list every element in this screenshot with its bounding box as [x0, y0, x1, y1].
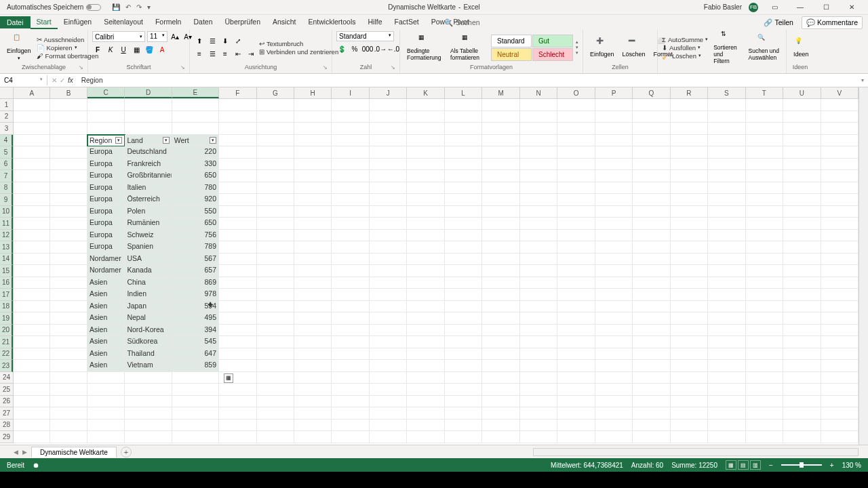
cell-P23[interactable] — [595, 360, 633, 372]
cell-F4[interactable] — [219, 135, 256, 147]
cell-V7[interactable] — [821, 170, 859, 182]
cell-O24[interactable] — [557, 372, 595, 384]
cell-K17[interactable] — [407, 289, 444, 301]
row-header-21[interactable]: 21 — [0, 336, 13, 348]
cell-Q21[interactable] — [633, 336, 670, 348]
cell-J27[interactable] — [370, 407, 407, 420]
cell-G12[interactable] — [257, 230, 294, 242]
cell-G9[interactable] — [257, 194, 294, 206]
cell-A13[interactable] — [14, 241, 50, 253]
cell-R21[interactable] — [671, 336, 708, 348]
cell-S21[interactable] — [708, 336, 745, 348]
cell-Q27[interactable] — [633, 407, 670, 420]
cell-T8[interactable] — [746, 182, 783, 195]
row-header-9[interactable]: 9 — [0, 194, 13, 206]
minimize-icon[interactable]: — — [791, 3, 810, 11]
cell-B14[interactable] — [50, 253, 87, 266]
cell-F29[interactable] — [219, 431, 256, 443]
cell-B24[interactable] — [50, 372, 87, 384]
cell-S6[interactable] — [708, 159, 745, 171]
cell-E6[interactable]: 330 — [172, 159, 219, 171]
cell-U26[interactable] — [783, 396, 821, 408]
cell-O22[interactable] — [557, 348, 595, 361]
row-header-19[interactable]: 19 — [0, 312, 13, 325]
cell-G17[interactable] — [257, 289, 294, 301]
tab-formeln[interactable]: Formeln — [149, 16, 188, 29]
cell-V9[interactable] — [821, 194, 859, 206]
cell-J13[interactable] — [370, 241, 407, 253]
cell-V24[interactable] — [821, 372, 859, 384]
cell-A3[interactable] — [14, 123, 50, 135]
cell-M2[interactable] — [482, 111, 519, 123]
cell-B22[interactable] — [50, 348, 87, 361]
cell-B11[interactable] — [50, 218, 87, 230]
cell-B20[interactable] — [50, 325, 87, 337]
cell-C13[interactable]: Europa — [87, 241, 125, 253]
cell-K11[interactable] — [407, 218, 444, 230]
cell-K9[interactable] — [407, 194, 444, 206]
col-header-E[interactable]: E — [172, 87, 219, 98]
cell-A16[interactable] — [14, 277, 50, 289]
cell-K28[interactable] — [407, 420, 444, 432]
cell-K18[interactable] — [407, 301, 444, 313]
cell-S16[interactable] — [708, 277, 745, 289]
cell-Q12[interactable] — [633, 230, 670, 242]
redo-icon[interactable]: ↷ — [136, 3, 142, 11]
cell-N1[interactable] — [520, 99, 557, 111]
col-header-B[interactable]: B — [50, 87, 87, 98]
cell-L16[interactable] — [445, 277, 482, 289]
cell-M21[interactable] — [482, 336, 519, 348]
close-icon[interactable]: ✕ — [842, 3, 861, 11]
cell-O3[interactable] — [557, 123, 595, 135]
cell-R6[interactable] — [671, 159, 708, 171]
cell-P11[interactable] — [595, 218, 633, 230]
col-header-M[interactable]: M — [482, 87, 519, 98]
zoom-in-icon[interactable]: + — [830, 462, 834, 469]
cell-U10[interactable] — [783, 206, 821, 218]
align-center-button[interactable]: ☰ — [207, 49, 218, 60]
cell-O5[interactable] — [557, 146, 595, 159]
merge-button[interactable]: ⊞Verbinden und zentrieren▾ — [259, 48, 343, 56]
save-icon[interactable]: 💾 — [112, 3, 120, 11]
cell-A1[interactable] — [14, 99, 50, 111]
expand-formula-icon[interactable]: ▾ — [857, 77, 868, 83]
cell-N18[interactable] — [520, 301, 557, 313]
cell-G28[interactable] — [257, 420, 294, 432]
cell-K2[interactable] — [407, 111, 444, 123]
cell-G22[interactable] — [257, 348, 294, 361]
cell-S25[interactable] — [708, 384, 745, 396]
cell-F1[interactable] — [219, 99, 256, 111]
cell-J16[interactable] — [370, 277, 407, 289]
qat-dropdown-icon[interactable]: ▾ — [147, 3, 151, 11]
cell-S3[interactable] — [708, 123, 745, 135]
cell-K27[interactable] — [407, 407, 444, 420]
cell-F27[interactable] — [219, 407, 256, 420]
cell-O12[interactable] — [557, 230, 595, 242]
cell-E3[interactable] — [172, 123, 219, 135]
cell-N4[interactable] — [520, 135, 557, 147]
cell-V22[interactable] — [821, 348, 859, 361]
cell-R3[interactable] — [671, 123, 708, 135]
decrease-decimal-button[interactable]: ←.0 — [388, 43, 399, 54]
cell-G29[interactable] — [257, 431, 294, 443]
cell-I11[interactable] — [332, 218, 369, 230]
cell-P21[interactable] — [595, 336, 633, 348]
cell-N11[interactable] — [520, 218, 557, 230]
cell-F5[interactable] — [219, 146, 256, 159]
cell-J28[interactable] — [370, 420, 407, 432]
enter-formula-icon[interactable]: ✓ — [60, 77, 65, 84]
filter-dropdown-icon[interactable]: ▾ — [163, 137, 170, 144]
cell-I17[interactable] — [332, 289, 369, 301]
insert-cells-button[interactable]: ➕Einfügen — [587, 36, 617, 59]
cell-T2[interactable] — [746, 111, 783, 123]
increase-decimal-button[interactable]: .0→ — [375, 43, 386, 54]
col-header-I[interactable]: I — [332, 87, 369, 98]
formula-bar[interactable]: Region — [77, 75, 857, 85]
cell-I22[interactable] — [332, 348, 369, 361]
cell-G16[interactable] — [257, 277, 294, 289]
cell-L12[interactable] — [445, 230, 482, 242]
cell-T25[interactable] — [746, 384, 783, 396]
cell-S1[interactable] — [708, 99, 745, 111]
cell-A2[interactable] — [14, 111, 50, 123]
row-header-10[interactable]: 10 — [0, 206, 13, 218]
